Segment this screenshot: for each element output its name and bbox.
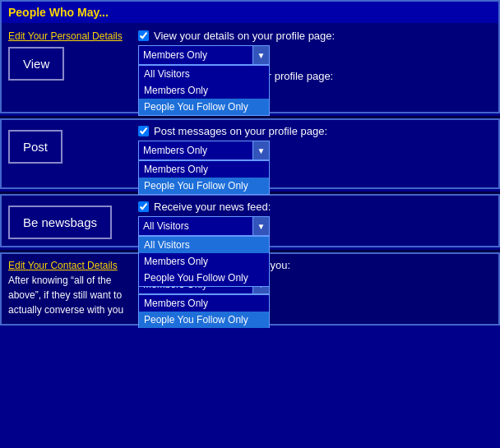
feed-option-people-follow[interactable]: People You Follow Only [139, 270, 269, 286]
feed-option-members-only[interactable]: Members Only [139, 253, 269, 270]
post-messages-dropdown[interactable]: Members Only ▼ Members Only People You F… [138, 141, 270, 160]
post-messages-dropdown-header[interactable]: Members Only ▼ [138, 141, 270, 160]
post-messages-popup: Members Only People You Follow Only [138, 160, 270, 195]
view-details-dropdown[interactable]: Members Only ▼ All Visitors Members Only… [138, 45, 270, 65]
receive-feed-arrow[interactable]: ▼ [252, 217, 269, 235]
post-button[interactable]: Post [8, 130, 62, 164]
panel-title: People Who May... [2, 2, 498, 23]
contact-option-people-follow[interactable]: People You Follow Only [139, 312, 269, 328]
post-option-members-only[interactable]: Members Only [139, 161, 269, 178]
view-left-col: Edit Your Personal Details View [8, 30, 132, 81]
post-panel: Post Post messages on your profile page:… [0, 118, 500, 189]
feed-option-all-visitors[interactable]: All Visitors [139, 237, 269, 253]
view-details-row: View your details on your profile page: [138, 30, 492, 42]
post-left-col: Post [8, 125, 132, 164]
newsfeed-panel: Be newsbags Receive your news feed: All … [0, 194, 500, 247]
receive-feed-dropdown[interactable]: All Visitors ▼ All Visitors Members Only… [138, 216, 270, 236]
view-panel: People Who May... Edit Your Personal Det… [0, 0, 500, 113]
receive-feed-selected: All Visitors [139, 218, 252, 234]
view-details-checkbox[interactable] [138, 30, 149, 41]
view-panel-body: Edit Your Personal Details View View you… [8, 30, 492, 105]
post-messages-checkbox[interactable] [138, 126, 149, 136]
post-right-col: Post messages on your profile page: Memb… [138, 125, 492, 181]
receive-feed-dropdown-header[interactable]: All Visitors ▼ [138, 216, 270, 236]
view-details-popup: All Visitors Members Only People You Fol… [138, 65, 270, 116]
view-option-people-follow[interactable]: People You Follow Only [139, 99, 269, 115]
view-right-col: View your details on your profile page: … [138, 30, 492, 105]
newsfeed-left-col: Be newsbags [8, 201, 132, 239]
view-details-label: View your details on your profile page: [154, 30, 335, 42]
receive-feed-row: Receive your news feed: [138, 201, 492, 213]
post-option-people-follow[interactable]: People You Follow Only [139, 178, 269, 194]
view-details-dropdown-header[interactable]: Members Only ▼ [138, 45, 270, 65]
post-messages-selected: Members Only [139, 142, 252, 159]
contact-option-members-only[interactable]: Members Only [139, 295, 269, 312]
newsbags-button[interactable]: Be newsbags [8, 206, 112, 239]
edit-contact-link[interactable]: Edit Your Contact Details [8, 260, 118, 271]
view-details-arrow[interactable]: ▼ [252, 46, 269, 64]
receive-feed-label: Receive your news feed: [154, 201, 271, 213]
post-messages-label: Post messages on your profile page: [154, 125, 327, 137]
receive-feed-checkbox[interactable] [138, 201, 149, 212]
post-messages-arrow[interactable]: ▼ [252, 141, 269, 159]
newsfeed-right-col: Receive your news feed: All Visitors ▼ A… [138, 201, 492, 236]
view-option-all-visitors[interactable]: All Visitors [139, 66, 269, 82]
view-option-members-only[interactable]: Members Only [139, 82, 269, 99]
edit-personal-link[interactable]: Edit Your Personal Details [8, 30, 123, 42]
receive-feed-popup: All Visitors Members Only People You Fol… [138, 236, 270, 287]
post-messages-row: Post messages on your profile page: [138, 125, 492, 137]
start-conversations-popup: Members Only People You Follow Only [138, 294, 270, 328]
contact-description: After knowing “all of the above”, if the… [8, 273, 132, 317]
view-details-selected: Members Only [139, 47, 252, 63]
post-panel-body: Post Post messages on your profile page:… [8, 125, 492, 181]
view-button[interactable]: View [8, 47, 64, 81]
contact-left-col: Edit Your Contact Details After knowing … [8, 259, 132, 317]
newsfeed-panel-body: Be newsbags Receive your news feed: All … [8, 201, 492, 239]
